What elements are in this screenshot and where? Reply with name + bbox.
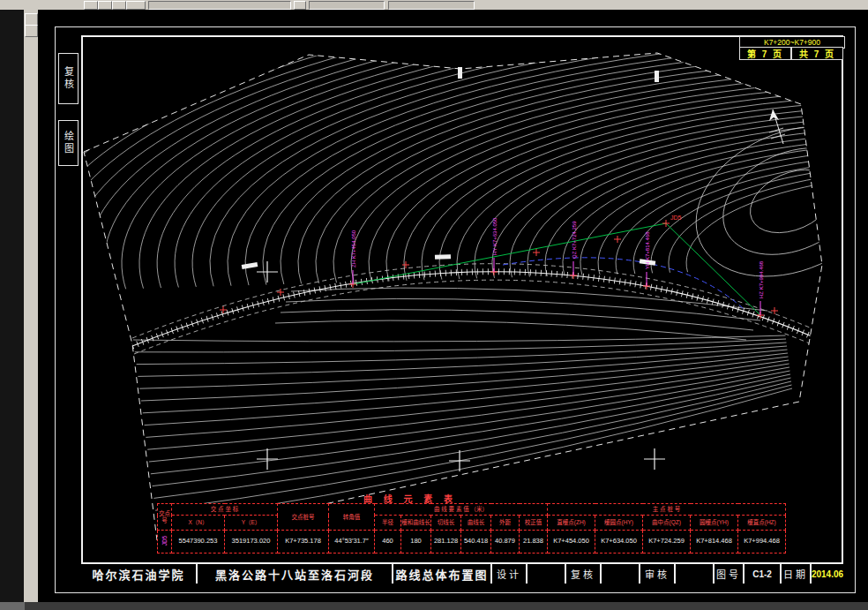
bottom-strip-cap bbox=[0, 602, 25, 610]
frame-side-box-check: 复核 bbox=[58, 53, 79, 104]
table-cell: K7+814.468 bbox=[691, 531, 738, 554]
organization-name: 哈尔滨石油学院 bbox=[81, 564, 196, 584]
table-cell: 21.838 bbox=[520, 531, 548, 554]
table-cell: K7+634.050 bbox=[595, 531, 643, 554]
page-total: 共 7 页 bbox=[791, 47, 843, 60]
check-label: 复核 bbox=[565, 564, 600, 584]
date-value: 2014.06 bbox=[810, 564, 843, 584]
date-label: 日期 bbox=[780, 564, 810, 584]
table-cell: K7+735.178 bbox=[278, 531, 329, 554]
table-subheader: X（N） bbox=[172, 516, 225, 531]
table-cell: 3519173.020 bbox=[225, 531, 278, 554]
page-number-row: 第 7 页 共 7 页 bbox=[739, 47, 843, 60]
frame-side-box-draw: 绘图 bbox=[58, 120, 79, 166]
table-cell: 5547390.253 bbox=[172, 531, 225, 554]
table-subheader: 缓直点(HZ) bbox=[738, 516, 786, 531]
title-block-blank-cell bbox=[526, 564, 565, 584]
title-block-blank-cell bbox=[600, 564, 639, 584]
sheet-no-value: C1-2 bbox=[743, 564, 780, 584]
table-subheader: 缓和曲线长 bbox=[401, 516, 431, 531]
table-cell: 460 bbox=[375, 531, 401, 554]
table-cell: 40.879 bbox=[491, 531, 520, 554]
table-subheader: 切线长 bbox=[431, 516, 461, 531]
title-block: 哈尔滨石油学院 黑洛公路十八站至洛石河段 路线总体布置图 设计 复核 审核 图号… bbox=[81, 562, 843, 584]
table-subheader: 校正值 bbox=[520, 516, 548, 531]
sheet-no-label: 图号 bbox=[713, 564, 743, 584]
table-cell: JD5 bbox=[158, 531, 172, 554]
title-block-blank-cell bbox=[674, 564, 713, 584]
page-number: 第 7 页 bbox=[739, 47, 791, 60]
table-cell: K7+454.050 bbox=[548, 531, 595, 554]
table-subheader: 曲线长 bbox=[461, 516, 491, 531]
table-cell: 281.128 bbox=[431, 531, 461, 554]
table-header: 曲 线 要 素 值 （米） bbox=[375, 504, 548, 516]
table-subheader: 缓圆点(HY) bbox=[595, 516, 643, 531]
table-cell: 540.418 bbox=[461, 531, 491, 554]
design-label: 设计 bbox=[490, 564, 526, 584]
bottom-status-strip bbox=[0, 602, 868, 610]
table-header: 交 点 坐 标 bbox=[172, 504, 278, 516]
review-label: 审核 bbox=[639, 564, 674, 584]
intersection-id: JD5 bbox=[161, 536, 168, 546]
table-subheader: 半径 bbox=[375, 516, 401, 531]
table-subheader: 外距 bbox=[491, 516, 520, 531]
table-cell: K7+994.468 bbox=[738, 531, 786, 554]
table-subheader: 曲中点(QZ) bbox=[643, 516, 691, 531]
table-subheader: 圆缓点(YH) bbox=[691, 516, 738, 531]
table-header: 交点号 bbox=[158, 504, 172, 531]
table-subheader: Y（E） bbox=[225, 516, 278, 531]
project-name: 黑洛公路十八站至洛石河段 bbox=[196, 564, 392, 584]
table-header: 转角值 bbox=[329, 504, 375, 531]
table-cell: 44°53′31.7″ bbox=[329, 531, 375, 554]
table-header: 主 点 桩 号 bbox=[548, 504, 786, 516]
curve-elements-table: 交点号 交 点 坐 标 交点桩号 转角值 曲 线 要 素 值 （米） 主 点 桩… bbox=[157, 503, 786, 554]
cad-application-window: JD5 ZH K7+454.050 HY K7+634.050 QZ K7+72… bbox=[0, 0, 868, 610]
table-subheader: 直缓点(ZH) bbox=[548, 516, 595, 531]
table-cell: 180 bbox=[401, 531, 431, 554]
table-header: 交点桩号 bbox=[278, 504, 329, 531]
drawing-title: 路线总体布置图 bbox=[392, 564, 490, 584]
table-cell: K7+724.259 bbox=[643, 531, 691, 554]
